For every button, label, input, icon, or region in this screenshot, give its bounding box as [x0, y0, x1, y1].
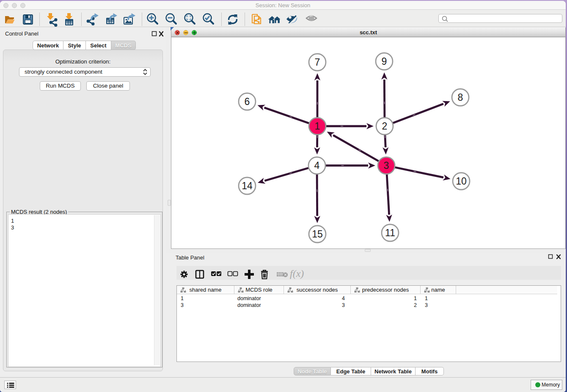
svg-text:1: 1: [315, 121, 320, 132]
svg-text:4: 4: [314, 160, 320, 171]
svg-text:10: 10: [456, 176, 467, 187]
svg-text:3: 3: [384, 160, 389, 171]
svg-text:14: 14: [242, 180, 253, 191]
svg-text:11: 11: [385, 227, 395, 238]
svg-text:7: 7: [315, 57, 320, 68]
svg-text:15: 15: [312, 229, 323, 240]
svg-text:2: 2: [382, 121, 388, 132]
svg-text:9: 9: [382, 56, 387, 67]
svg-text:6: 6: [245, 96, 250, 107]
svg-text:8: 8: [458, 92, 463, 103]
